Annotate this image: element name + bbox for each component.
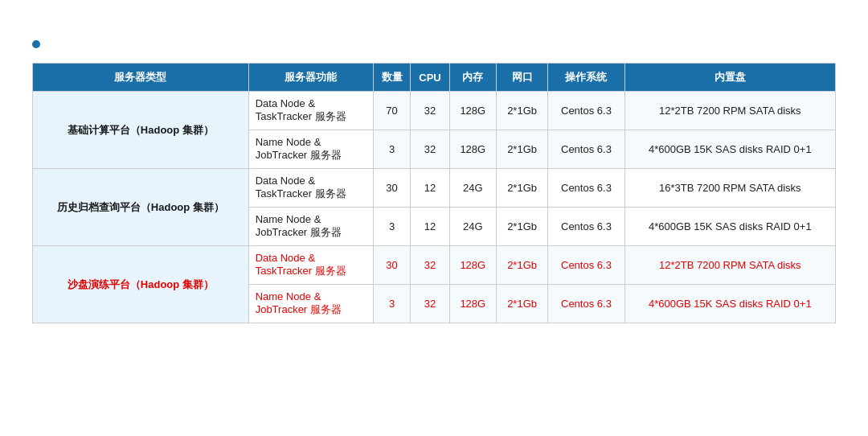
disk-cell: 16*3TB 7200 RPM SATA disks bbox=[624, 169, 835, 208]
memory-cell: 24G bbox=[449, 169, 496, 208]
cpu-cell: 32 bbox=[411, 130, 449, 169]
disk-cell: 4*600GB 15K SAS disks RAID 0+1 bbox=[624, 130, 835, 169]
column-header: CPU bbox=[411, 64, 449, 92]
column-header: 操作系统 bbox=[548, 64, 624, 92]
column-header: 网口 bbox=[496, 64, 547, 92]
server-type-cell: 沙盘演练平台（Hadoop 集群） bbox=[33, 246, 249, 323]
column-header: 内置盘 bbox=[624, 64, 835, 92]
memory-cell: 128G bbox=[449, 92, 496, 130]
cpu-cell: 32 bbox=[411, 92, 449, 130]
os-cell: Centos 6.3 bbox=[548, 92, 624, 130]
memory-cell: 24G bbox=[449, 208, 496, 246]
server-func-cell: Data Node & TaskTracker 服务器 bbox=[248, 92, 373, 130]
cpu-cell: 32 bbox=[411, 285, 449, 323]
count-cell: 3 bbox=[373, 208, 411, 246]
network-cell: 2*1Gb bbox=[496, 92, 547, 130]
memory-cell: 128G bbox=[449, 130, 496, 169]
count-cell: 30 bbox=[373, 169, 411, 208]
os-cell: Centos 6.3 bbox=[548, 285, 624, 323]
disk-cell: 4*600GB 15K SAS disks RAID 0+1 bbox=[624, 285, 835, 323]
memory-cell: 128G bbox=[449, 285, 496, 323]
column-header: 服务器类型 bbox=[33, 64, 249, 92]
disk-cell: 12*2TB 7200 RPM SATA disks bbox=[624, 92, 835, 130]
count-cell: 70 bbox=[373, 92, 411, 130]
network-cell: 2*1Gb bbox=[496, 130, 547, 169]
server-func-cell: Name Node & JobTracker 服务器 bbox=[248, 285, 373, 323]
column-header: 数量 bbox=[373, 64, 411, 92]
bullet-icon bbox=[32, 40, 40, 48]
count-cell: 3 bbox=[373, 285, 411, 323]
network-cell: 2*1Gb bbox=[496, 208, 547, 246]
network-cell: 2*1Gb bbox=[496, 285, 547, 323]
count-cell: 30 bbox=[373, 246, 411, 285]
column-header: 服务器功能 bbox=[248, 64, 373, 92]
subtitle-line bbox=[32, 40, 836, 48]
server-func-cell: Data Node & TaskTracker 服务器 bbox=[248, 246, 373, 285]
column-header: 内存 bbox=[449, 64, 496, 92]
disk-cell: 4*600GB 15K SAS disks RAID 0+1 bbox=[624, 208, 835, 246]
table-row: 基础计算平台（Hadoop 集群）Data Node & TaskTracker… bbox=[33, 92, 836, 130]
table-row: 沙盘演练平台（Hadoop 集群）Data Node & TaskTracker… bbox=[33, 246, 836, 285]
memory-cell: 128G bbox=[449, 246, 496, 285]
os-cell: Centos 6.3 bbox=[548, 169, 624, 208]
count-cell: 3 bbox=[373, 130, 411, 169]
server-func-cell: Name Node & JobTracker 服务器 bbox=[248, 130, 373, 169]
cpu-cell: 12 bbox=[411, 169, 449, 208]
table-row: 历史归档查询平台（Hadoop 集群）Data Node & TaskTrack… bbox=[33, 169, 836, 208]
server-type-cell: 历史归档查询平台（Hadoop 集群） bbox=[33, 169, 249, 246]
cpu-cell: 32 bbox=[411, 246, 449, 285]
os-cell: Centos 6.3 bbox=[548, 246, 624, 285]
network-cell: 2*1Gb bbox=[496, 246, 547, 285]
disk-cell: 12*2TB 7200 RPM SATA disks bbox=[624, 246, 835, 285]
server-type-cell: 基础计算平台（Hadoop 集群） bbox=[33, 92, 249, 169]
network-cell: 2*1Gb bbox=[496, 169, 547, 208]
server-func-cell: Name Node & JobTracker 服务器 bbox=[248, 208, 373, 246]
server-func-cell: Data Node & TaskTracker 服务器 bbox=[248, 169, 373, 208]
os-cell: Centos 6.3 bbox=[548, 130, 624, 169]
hardware-table: 服务器类型服务器功能数量CPU内存网口操作系统内置盘 基础计算平台（Hadoop… bbox=[32, 63, 836, 323]
os-cell: Centos 6.3 bbox=[548, 208, 624, 246]
cpu-cell: 12 bbox=[411, 208, 449, 246]
table-header-row: 服务器类型服务器功能数量CPU内存网口操作系统内置盘 bbox=[33, 64, 836, 92]
